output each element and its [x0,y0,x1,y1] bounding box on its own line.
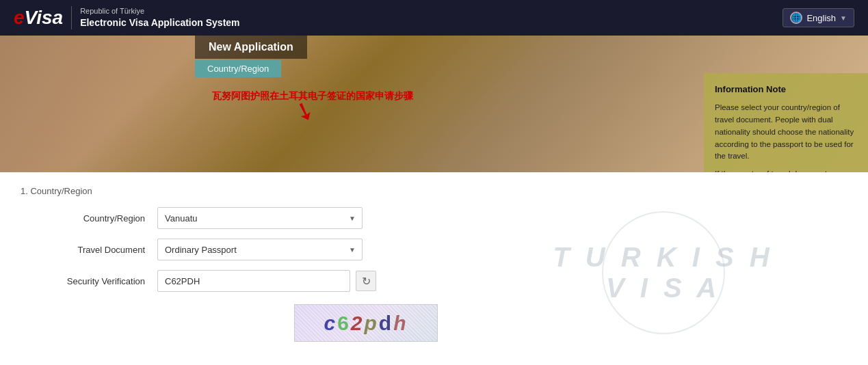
information-note-panel: Information Note Please select your coun… [704,73,868,172]
language-label: English [806,13,836,23]
security-label: Security Verification [21,276,157,286]
new-application-title: New Application [209,41,293,53]
country-region-select-wrapper[interactable]: Vanuatu Afghanistan Albania [157,207,363,229]
country-region-tab[interactable]: Country/Region [195,60,281,77]
logo-e: e [14,7,25,28]
captcha-char-1: c [324,312,337,334]
globe-icon: 🌐 [790,12,802,24]
hero-section: New Application Country/Region 瓦努阿图护照在土耳… [0,36,868,172]
watermark-circle [602,211,725,334]
travel-document-label: Travel Document [21,245,157,255]
main-content: 1. Country/Region Country/Region Vanuatu… [0,172,868,365]
main-content-wrapper: 1. Country/Region Country/Region Vanuatu… [0,172,868,365]
logo-area: eVisa Republic of Türkiye Electronic Vis… [14,6,240,30]
chevron-down-icon: ▼ [840,14,847,22]
logo-visa: Visa [25,7,64,28]
language-selector[interactable]: 🌐 English ▼ [782,8,854,27]
electronic-text: Electronic Visa Application System [80,16,239,30]
captcha-char-5: d [379,312,393,334]
republic-text: Republic of Türkiye [80,6,239,16]
captcha-char-6: h [393,312,408,334]
travel-document-select[interactable]: Ordinary Passport Official Passport Dipl… [157,239,363,260]
travel-document-row: Travel Document Ordinary Passport Offici… [21,239,438,260]
info-note-para1: Please select your country/region of tra… [715,102,857,163]
security-input-group: ↻ [157,270,376,292]
section-title: 1. Country/Region [21,186,438,196]
form-area: 1. Country/Region Country/Region Vanuatu… [0,172,458,365]
site-header: eVisa Republic of Türkiye Electronic Vis… [0,0,868,36]
country-region-row: Country/Region Vanuatu Afghanistan Alban… [21,207,438,229]
captcha-char-4: p [365,312,379,334]
info-note-title: Information Note [715,83,857,96]
site-logo: eVisa [14,7,63,29]
security-verification-row: Security Verification ↻ [21,270,438,292]
country-region-tab-label: Country/Region [207,64,269,74]
refresh-captcha-button[interactable]: ↻ [356,271,376,291]
country-region-label: Country/Region [21,213,157,224]
security-verification-input[interactable] [157,270,350,292]
travel-document-select-wrapper[interactable]: Ordinary Passport Official Passport Dipl… [157,239,363,260]
captcha-text: c62pdh [324,312,408,335]
country-region-select[interactable]: Vanuatu Afghanistan Albania [157,207,363,229]
captcha-char-3: 2 [351,312,365,334]
logo-subtitle: Republic of Türkiye Electronic Visa Appl… [71,6,239,30]
captcha-char-2: 6 [337,312,351,334]
watermark-area: T U R K I S HV I S A [458,172,868,365]
captcha-area: c62pdh [157,301,438,353]
captcha-image: c62pdh [294,304,438,342]
new-application-banner: New Application [195,36,307,59]
